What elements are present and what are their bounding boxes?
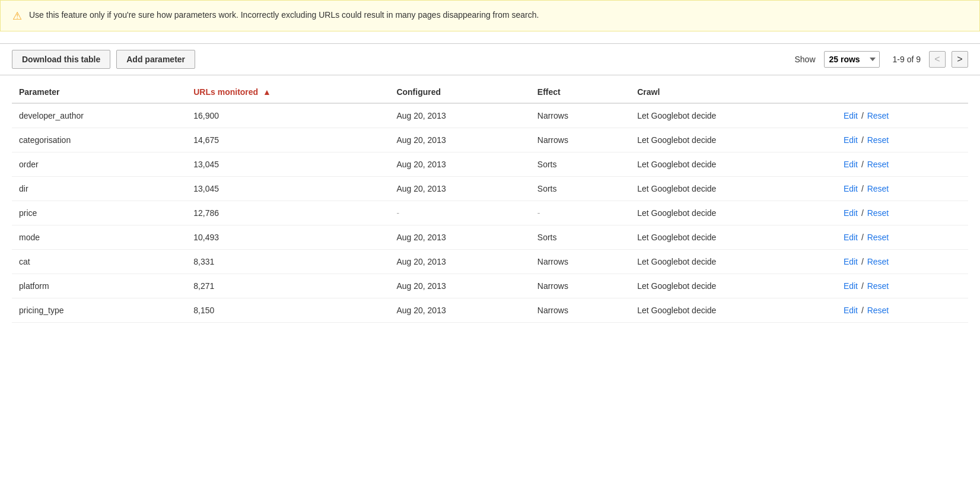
cell-parameter: dir bbox=[12, 177, 186, 201]
cell-parameter: price bbox=[12, 201, 186, 225]
table-row: categorisation 14,675 Aug 20, 2013 Narro… bbox=[12, 128, 968, 152]
cell-urls-monitored: 8,331 bbox=[186, 250, 389, 274]
cell-effect: Narrows bbox=[530, 274, 630, 298]
cell-parameter: platform bbox=[12, 274, 186, 298]
parameters-table: Parameter URLs monitored ▲ Configured Ef… bbox=[12, 81, 968, 323]
table-row: pricing_type 8,150 Aug 20, 2013 Narrows … bbox=[12, 298, 968, 323]
prev-page-button[interactable]: < bbox=[929, 51, 946, 68]
action-separator: / bbox=[861, 135, 866, 145]
col-header-crawl: Crawl bbox=[630, 81, 836, 103]
reset-link[interactable]: Reset bbox=[867, 306, 889, 315]
cell-crawl: Let Googlebot decide bbox=[630, 250, 836, 274]
table-row: developer_author 16,900 Aug 20, 2013 Nar… bbox=[12, 103, 968, 128]
cell-actions: Edit / Reset bbox=[836, 274, 968, 298]
cell-configured: Aug 20, 2013 bbox=[389, 274, 530, 298]
edit-link[interactable]: Edit bbox=[844, 160, 858, 169]
action-separator: / bbox=[861, 160, 866, 169]
reset-link[interactable]: Reset bbox=[867, 135, 889, 145]
rows-per-page-select[interactable]: 25 rows 10 rows 50 rows 100 rows bbox=[824, 51, 880, 68]
cell-configured: - bbox=[389, 201, 530, 225]
warning-banner: ⚠ Use this feature only if you're sure h… bbox=[0, 0, 980, 31]
cell-configured: Aug 20, 2013 bbox=[389, 250, 530, 274]
cell-actions: Edit / Reset bbox=[836, 225, 968, 250]
col-header-effect: Effect bbox=[530, 81, 630, 103]
cell-urls-monitored: 10,493 bbox=[186, 225, 389, 250]
cell-configured: Aug 20, 2013 bbox=[389, 298, 530, 323]
table-row: mode 10,493 Aug 20, 2013 Sorts Let Googl… bbox=[12, 225, 968, 250]
cell-urls-monitored: 13,045 bbox=[186, 152, 389, 177]
cell-configured: Aug 20, 2013 bbox=[389, 128, 530, 152]
toolbar: Download this table Add parameter Show 2… bbox=[0, 43, 980, 75]
col-header-configured: Configured bbox=[389, 81, 530, 103]
cell-parameter: pricing_type bbox=[12, 298, 186, 323]
table-row: platform 8,271 Aug 20, 2013 Narrows Let … bbox=[12, 274, 968, 298]
cell-urls-monitored: 8,150 bbox=[186, 298, 389, 323]
cell-parameter: cat bbox=[12, 250, 186, 274]
action-separator: / bbox=[861, 257, 866, 266]
table-row: dir 13,045 Aug 20, 2013 Sorts Let Google… bbox=[12, 177, 968, 201]
cell-effect: Narrows bbox=[530, 103, 630, 128]
cell-actions: Edit / Reset bbox=[836, 250, 968, 274]
cell-crawl: Let Googlebot decide bbox=[630, 103, 836, 128]
cell-crawl: Let Googlebot decide bbox=[630, 177, 836, 201]
cell-crawl: Let Googlebot decide bbox=[630, 152, 836, 177]
add-parameter-button[interactable]: Add parameter bbox=[116, 50, 195, 69]
cell-urls-monitored: 12,786 bbox=[186, 201, 389, 225]
cell-configured: Aug 20, 2013 bbox=[389, 177, 530, 201]
cell-actions: Edit / Reset bbox=[836, 177, 968, 201]
action-separator: / bbox=[861, 233, 866, 242]
col-header-actions bbox=[836, 81, 968, 103]
reset-link[interactable]: Reset bbox=[867, 208, 889, 218]
cell-configured: Aug 20, 2013 bbox=[389, 225, 530, 250]
cell-urls-monitored: 13,045 bbox=[186, 177, 389, 201]
cell-urls-monitored: 14,675 bbox=[186, 128, 389, 152]
cell-urls-monitored: 16,900 bbox=[186, 103, 389, 128]
cell-actions: Edit / Reset bbox=[836, 103, 968, 128]
cell-effect: Sorts bbox=[530, 177, 630, 201]
edit-link[interactable]: Edit bbox=[844, 184, 858, 193]
cell-effect: Narrows bbox=[530, 128, 630, 152]
cell-configured: Aug 20, 2013 bbox=[389, 152, 530, 177]
cell-actions: Edit / Reset bbox=[836, 298, 968, 323]
edit-link[interactable]: Edit bbox=[844, 233, 858, 242]
warning-text: Use this feature only if you're sure how… bbox=[29, 9, 539, 21]
col-header-parameter: Parameter bbox=[12, 81, 186, 103]
cell-crawl: Let Googlebot decide bbox=[630, 274, 836, 298]
cell-actions: Edit / Reset bbox=[836, 128, 968, 152]
reset-link[interactable]: Reset bbox=[867, 111, 889, 120]
cell-parameter: mode bbox=[12, 225, 186, 250]
action-separator: / bbox=[861, 281, 866, 291]
reset-link[interactable]: Reset bbox=[867, 257, 889, 266]
reset-link[interactable]: Reset bbox=[867, 281, 889, 291]
cell-parameter: developer_author bbox=[12, 103, 186, 128]
table-row: order 13,045 Aug 20, 2013 Sorts Let Goog… bbox=[12, 152, 968, 177]
col-header-urls-monitored[interactable]: URLs monitored ▲ bbox=[186, 81, 389, 103]
edit-link[interactable]: Edit bbox=[844, 111, 858, 120]
reset-link[interactable]: Reset bbox=[867, 233, 889, 242]
action-separator: / bbox=[861, 306, 866, 315]
table-header-row: Parameter URLs monitored ▲ Configured Ef… bbox=[12, 81, 968, 103]
cell-urls-monitored: 8,271 bbox=[186, 274, 389, 298]
action-separator: / bbox=[861, 208, 866, 218]
cell-actions: Edit / Reset bbox=[836, 201, 968, 225]
download-button[interactable]: Download this table bbox=[12, 50, 110, 69]
edit-link[interactable]: Edit bbox=[844, 281, 858, 291]
next-page-button[interactable]: > bbox=[952, 51, 968, 68]
edit-link[interactable]: Edit bbox=[844, 208, 858, 218]
cell-effect: Narrows bbox=[530, 250, 630, 274]
edit-link[interactable]: Edit bbox=[844, 306, 858, 315]
action-separator: / bbox=[861, 111, 866, 120]
reset-link[interactable]: Reset bbox=[867, 160, 889, 169]
reset-link[interactable]: Reset bbox=[867, 184, 889, 193]
pagination-info: 1-9 of 9 bbox=[893, 55, 921, 64]
warning-icon: ⚠ bbox=[12, 9, 22, 23]
edit-link[interactable]: Edit bbox=[844, 257, 858, 266]
table-row: price 12,786 - - Let Googlebot decide Ed… bbox=[12, 201, 968, 225]
table-row: cat 8,331 Aug 20, 2013 Narrows Let Googl… bbox=[12, 250, 968, 274]
edit-link[interactable]: Edit bbox=[844, 135, 858, 145]
show-label: Show bbox=[794, 55, 815, 64]
cell-effect: Sorts bbox=[530, 152, 630, 177]
cell-effect: - bbox=[530, 201, 630, 225]
cell-crawl: Let Googlebot decide bbox=[630, 225, 836, 250]
cell-effect: Narrows bbox=[530, 298, 630, 323]
